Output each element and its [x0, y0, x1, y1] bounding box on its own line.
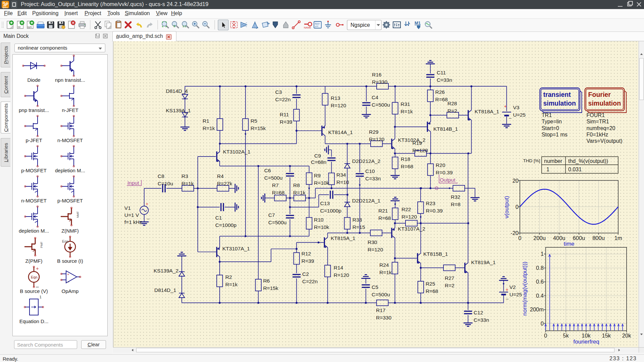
svg-text:v(output): v(output) — [503, 196, 510, 218]
svg-text:C2: C2 — [302, 271, 309, 277]
svg-text:C=22n: C=22n — [302, 279, 318, 284]
svg-text:V3: V3 — [513, 105, 520, 110]
svg-text:1: 1 — [541, 251, 544, 257]
svg-text:R=10: R=10 — [336, 179, 349, 185]
svg-text:U=25: U=25 — [509, 292, 522, 297]
svg-text:+: + — [506, 287, 508, 292]
svg-text:0: 0 — [516, 204, 519, 210]
svg-text:simulation: simulation — [543, 100, 576, 107]
svg-text:NAME: NAME — [304, 26, 311, 29]
svg-text:depletion M...: depletion M... — [19, 228, 49, 234]
svg-text:R=1k: R=1k — [181, 181, 194, 186]
svg-text:C=10u: C=10u — [158, 181, 173, 186]
svg-text:20k: 20k — [622, 333, 631, 339]
svg-text:KT815A_1: KT815A_1 — [331, 235, 355, 241]
svg-text:R=68: R=68 — [426, 288, 438, 294]
svg-text:R=2: R=2 — [447, 108, 457, 114]
svg-text:R=8: R=8 — [451, 201, 461, 207]
svg-text:R=1k: R=1k — [400, 109, 413, 114]
svg-text:20: 20 — [513, 178, 519, 184]
svg-text:R=1k: R=1k — [293, 190, 306, 195]
svg-text:C10: C10 — [365, 168, 375, 174]
svg-text:KT814B_1: KT814B_1 — [433, 126, 458, 132]
svg-text:F0=1kHz: F0=1kHz — [587, 132, 608, 137]
svg-text:R34: R34 — [336, 172, 346, 178]
svg-text:C=33n: C=33n — [437, 77, 452, 83]
svg-text:+: + — [67, 272, 69, 276]
svg-text:number: number — [544, 158, 562, 164]
svg-text:R=68: R=68 — [272, 190, 285, 195]
svg-text:PMF: PMF — [40, 242, 43, 248]
svg-text:+: + — [504, 104, 507, 109]
svg-text:C=1000p: C=1000p — [215, 222, 236, 228]
svg-text:R29: R29 — [369, 129, 378, 135]
svg-text:pnp transist...: pnp transist... — [19, 107, 49, 113]
svg-text:600u: 600u — [573, 235, 585, 241]
svg-text:n-MOSFET: n-MOSFET — [21, 198, 47, 203]
svg-text:R12: R12 — [302, 251, 311, 256]
svg-text:Stop=1 ms: Stop=1 ms — [542, 132, 568, 137]
svg-text:R13: R13 — [331, 95, 340, 101]
svg-text:D814D_4: D814D_4 — [166, 88, 188, 94]
svg-text:R25: R25 — [426, 281, 435, 287]
svg-text:Eqn: Eqn — [62, 239, 69, 243]
svg-text:Type=lin: Type=lin — [542, 119, 562, 124]
svg-text:Diode: Diode — [27, 77, 40, 83]
svg-text:R=0.39: R=0.39 — [436, 170, 452, 175]
svg-text:C7: C7 — [268, 212, 275, 218]
svg-text:R=120: R=120 — [331, 103, 346, 108]
svg-text:R=1k: R=1k — [203, 125, 215, 131]
svg-text:C=500u: C=500u — [268, 220, 287, 225]
svg-text:M1: M1 — [415, 20, 421, 25]
svg-text:f=1 kHz: f=1 kHz — [124, 219, 142, 225]
svg-text:U=1 V: U=1 V — [124, 212, 139, 218]
svg-text:f(u)=: f(u)= — [315, 22, 320, 25]
svg-text:C6: C6 — [264, 168, 271, 173]
svg-text:R27: R27 — [445, 275, 454, 281]
svg-text:NMF: NMF — [76, 211, 79, 218]
svg-text:R21: R21 — [378, 208, 388, 214]
svg-text:R8: R8 — [293, 182, 300, 188]
svg-text:C9: C9 — [314, 153, 321, 159]
svg-text:R28: R28 — [447, 101, 457, 106]
svg-text:KS139A_2: KS139A_2 — [154, 268, 178, 274]
svg-text:R20: R20 — [436, 162, 445, 168]
svg-text:R17: R17 — [376, 307, 385, 313]
svg-text:Z(NMF): Z(NMF) — [61, 228, 79, 234]
svg-text:p-MOSFET: p-MOSFET — [57, 198, 83, 203]
svg-text:R2: R2 — [225, 274, 232, 280]
svg-text:R=120: R=120 — [334, 272, 349, 278]
svg-text:n-JFET: n-JFET — [62, 107, 78, 113]
svg-text:_: _ — [147, 215, 150, 219]
svg-text:-20: -20 — [511, 230, 519, 236]
svg-text:U=25: U=25 — [513, 112, 526, 118]
svg-text:C=500u: C=500u — [372, 292, 390, 297]
svg-text:R=39: R=39 — [302, 258, 314, 264]
svg-text:S: S — [173, 24, 175, 28]
svg-text:D814D_1: D814D_1 — [154, 287, 176, 293]
svg-text:simulation: simulation — [588, 100, 621, 107]
svg-text:R10: R10 — [314, 217, 324, 223]
svg-text:KT819A_1: KT819A_1 — [471, 259, 495, 265]
svg-text:Ngspice: Ngspice — [351, 22, 370, 28]
svg-text:norm(mag(v(output))): norm(mag(v(output))) — [522, 261, 528, 316]
svg-text:R=39: R=39 — [280, 119, 292, 125]
svg-text:R=68: R=68 — [378, 215, 391, 221]
svg-text:R24: R24 — [379, 262, 389, 268]
svg-text:R=68: R=68 — [435, 97, 448, 102]
svg-text:R33: R33 — [353, 217, 362, 223]
svg-text:numfreq=20: numfreq=20 — [587, 125, 615, 131]
svg-text:R=120: R=120 — [401, 214, 417, 220]
svg-text:0.8: 0.8 — [536, 265, 544, 271]
svg-text:Start=0: Start=0 — [542, 125, 559, 131]
svg-text:R31: R31 — [400, 101, 410, 107]
svg-text:C12: C12 — [474, 310, 483, 315]
svg-text:R=1k: R=1k — [225, 282, 238, 287]
svg-text:R18: R18 — [401, 156, 410, 162]
svg-text:KS139A_1: KS139A_1 — [166, 108, 191, 113]
svg-text:V2: V2 — [509, 284, 516, 290]
svg-text:OpAmp: OpAmp — [62, 288, 79, 294]
svg-text:fourierfreq: fourierfreq — [573, 339, 599, 345]
svg-text:Output: Output — [440, 177, 455, 183]
svg-text:200u: 200u — [533, 235, 546, 241]
